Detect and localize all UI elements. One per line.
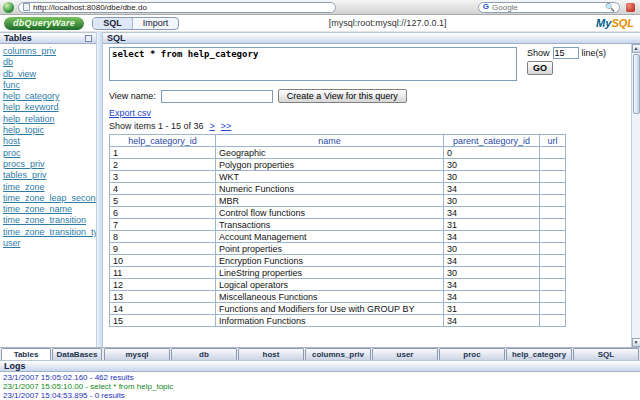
sidebar-item-time_zone_leap_second[interactable]: time_zone_leap_second — [3, 193, 96, 204]
table-cell: Point properties — [216, 243, 444, 255]
table-cell: 8 — [110, 231, 216, 243]
tab-sql[interactable]: SQL — [93, 18, 132, 29]
log-entry: 23/1/2007 15:05:10.00 - select * from he… — [3, 382, 637, 391]
table-cell: Polygon properties — [216, 159, 444, 171]
create-view-button[interactable]: Create a View for this query — [278, 89, 407, 103]
bottom-tab-host[interactable]: host — [238, 348, 304, 360]
scroll-up-icon[interactable]: ▲ — [632, 44, 640, 53]
table-cell: LineString properties — [216, 267, 444, 279]
table-cell: 34 — [444, 231, 540, 243]
table-cell — [540, 231, 566, 243]
last-page-link[interactable]: >> — [221, 121, 232, 131]
main-header: SQL — [103, 32, 640, 44]
table-cell: 30 — [444, 195, 540, 207]
table-cell: 31 — [444, 219, 540, 231]
sidebar-item-host[interactable]: host — [3, 136, 96, 147]
bottom-tab-columns_priv[interactable]: columns_priv — [305, 348, 371, 360]
page-icon — [23, 3, 30, 11]
sidebar-item-proc[interactable]: proc — [3, 148, 96, 159]
collapse-panel-icon[interactable] — [85, 35, 92, 42]
table-row: 5MBR30 — [110, 195, 566, 207]
bottom-tab-help_category[interactable]: help_category — [506, 348, 572, 360]
browser-logo-icon[interactable] — [3, 2, 14, 13]
table-cell: 12 — [110, 279, 216, 291]
column-header-url: url — [540, 135, 566, 147]
table-cell: Numeric Functions — [216, 183, 444, 195]
google-icon[interactable]: G — [483, 3, 489, 11]
sidebar-item-help_category[interactable]: help_category — [3, 91, 96, 102]
scroll-down-icon[interactable]: ▼ — [632, 338, 640, 347]
sidebar-item-time_zone_name[interactable]: time_zone_name — [3, 204, 96, 215]
sidebar-item-help_topic[interactable]: help_topic — [3, 125, 96, 136]
column-header-parent_category_id: parent_category_id — [444, 135, 540, 147]
sidebar-item-time_zone_transition_type[interactable]: time_zone_transition_type — [3, 227, 96, 238]
sidebar-item-db[interactable]: db — [3, 57, 96, 68]
bottom-tab-tables[interactable]: Tables — [1, 348, 51, 360]
main-panel: SQL select * from help_category Show lin… — [103, 32, 640, 347]
next-page-link[interactable]: > — [210, 121, 215, 131]
table-cell: Functions and Modifiers for Use with GRO… — [216, 303, 444, 315]
table-cell — [540, 159, 566, 171]
sidebar-item-help_relation[interactable]: help_relation — [3, 114, 96, 125]
bottom-tab-databases[interactable]: DataBases — [52, 348, 102, 360]
table-cell — [540, 147, 566, 159]
sidebar-item-columns_priv[interactable]: columns_priv — [3, 46, 96, 57]
log-entry: 23/1/2007 15:04:53.895 - 0 results — [3, 391, 637, 400]
go-button[interactable]: GO — [527, 61, 553, 75]
sidebar-item-db_view[interactable]: db_view — [3, 69, 96, 80]
table-cell: 30 — [444, 159, 540, 171]
bottom-tab-db[interactable]: db — [171, 348, 237, 360]
table-cell: 4 — [110, 183, 216, 195]
sql-query-input[interactable]: select * from help_category — [109, 47, 517, 81]
table-cell — [540, 195, 566, 207]
search-box[interactable]: G 🔍 — [478, 2, 620, 13]
table-cell: Miscellaneous Functions — [216, 291, 444, 303]
table-cell: Logical operators — [216, 279, 444, 291]
bottom-tab-mysql[interactable]: mysql — [104, 348, 170, 360]
table-cell — [540, 303, 566, 315]
bottom-tab-user[interactable]: user — [372, 348, 438, 360]
table-cell: 11 — [110, 267, 216, 279]
table-row: 4Numeric Functions34 — [110, 183, 566, 195]
sidebar-item-time_zone_transition[interactable]: time_zone_transition — [3, 215, 96, 226]
table-cell: 34 — [444, 315, 540, 327]
app-header: dbQueryWare SQL Import [mysql:root:mysql… — [0, 15, 640, 32]
sidebar-item-time_zone[interactable]: time_zone — [3, 182, 96, 193]
sidebar-item-procs_priv[interactable]: procs_priv — [3, 159, 96, 170]
sidebar-item-func[interactable]: func — [3, 80, 96, 91]
view-name-label: View name: — [109, 91, 156, 101]
table-cell — [540, 267, 566, 279]
scrollbar-thumb[interactable] — [633, 54, 640, 114]
table-cell: 1 — [110, 147, 216, 159]
export-csv-link[interactable]: Export csv — [109, 108, 151, 118]
table-cell — [540, 207, 566, 219]
show-lines-input[interactable] — [553, 47, 579, 59]
tab-import[interactable]: Import — [132, 18, 179, 29]
sidebar-item-help_keyword[interactable]: help_keyword — [3, 102, 96, 113]
table-cell: 5 — [110, 195, 216, 207]
table-cell: 31 — [444, 303, 540, 315]
bottom-tab-sql[interactable]: SQL — [573, 348, 639, 360]
main-title: SQL — [107, 33, 126, 43]
table-row: 7Transactions31 — [110, 219, 566, 231]
table-cell: Control flow functions — [216, 207, 444, 219]
table-cell: 34 — [444, 183, 540, 195]
stop-icon[interactable] — [626, 3, 635, 12]
search-input[interactable] — [492, 3, 602, 12]
sidebar-item-user[interactable]: user — [3, 238, 96, 249]
sidebar-item-tables_priv[interactable]: tables_priv — [3, 170, 96, 181]
table-cell: Information Functions — [216, 315, 444, 327]
table-cell: 30 — [444, 243, 540, 255]
show-line: Show line(s) — [527, 47, 606, 59]
address-bar[interactable]: http://localhost:8080/dbe/dbe.do — [18, 2, 336, 13]
bottom-tab-proc[interactable]: proc — [439, 348, 505, 360]
table-cell — [540, 183, 566, 195]
vertical-scrollbar[interactable]: ▲ ▼ — [631, 44, 640, 347]
search-icon[interactable]: 🔍 — [605, 3, 615, 12]
table-cell: Encryption Functions — [216, 255, 444, 267]
app-logo: dbQueryWare — [4, 17, 84, 30]
logs-header: Logs — [0, 360, 640, 372]
sidebar-title: Tables — [4, 33, 32, 43]
sidebar-table-list: columns_privdbdb_viewfunchelp_categoryhe… — [0, 44, 96, 347]
view-name-input[interactable] — [161, 90, 273, 103]
